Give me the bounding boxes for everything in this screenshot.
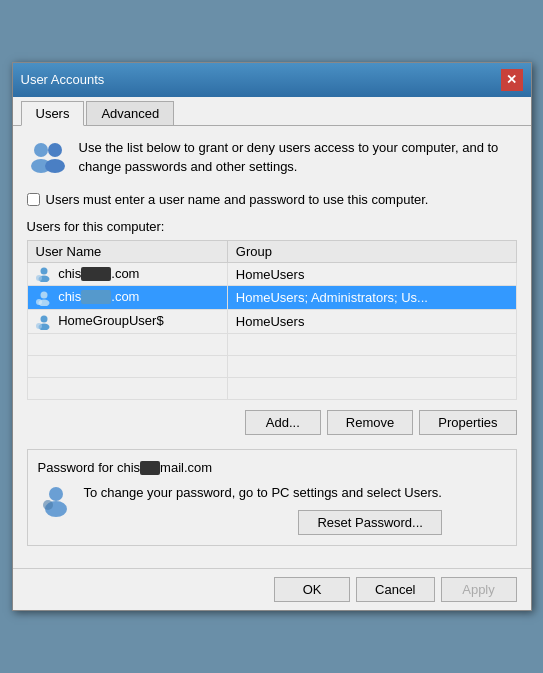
bottom-bar: OK Cancel Apply [13, 568, 531, 610]
svg-point-9 [36, 299, 42, 305]
cancel-button[interactable]: Cancel [356, 577, 434, 602]
title-bar: User Accounts ✕ [13, 63, 531, 97]
table-row-empty [27, 333, 516, 355]
cell-username: chis .com [27, 286, 227, 310]
tab-users[interactable]: Users [21, 101, 85, 126]
require-password-row: Users must enter a user name and passwor… [27, 192, 517, 207]
password-icon [38, 483, 74, 519]
password-content: To change your password, go to PC settin… [38, 483, 506, 536]
col-group: Group [227, 240, 516, 262]
cell-group: HomeUsers; Administrators; Us... [227, 286, 516, 310]
svg-point-4 [40, 268, 47, 275]
properties-button[interactable]: Properties [419, 410, 516, 435]
require-password-label[interactable]: Users must enter a user name and passwor… [46, 192, 429, 207]
svg-point-15 [43, 500, 53, 510]
dialog-title: User Accounts [21, 72, 105, 87]
require-password-checkbox[interactable] [27, 193, 40, 206]
svg-point-0 [34, 143, 48, 157]
password-body-text: To change your password, go to PC settin… [84, 485, 442, 500]
svg-point-10 [40, 315, 47, 322]
svg-point-3 [45, 159, 65, 173]
col-username: User Name [27, 240, 227, 262]
reset-btn-row: Reset Password... [84, 510, 442, 535]
add-button[interactable]: Add... [245, 410, 321, 435]
table-row[interactable]: HomeGroupUser$ HomeUsers [27, 310, 516, 334]
close-button[interactable]: ✕ [501, 69, 523, 91]
users-section-label: Users for this computer: [27, 219, 517, 234]
remove-button[interactable]: Remove [327, 410, 413, 435]
table-row-empty [27, 377, 516, 399]
users-info-icon [27, 138, 69, 180]
cell-username: HomeGroupUser$ [27, 310, 227, 334]
table-row-empty [27, 355, 516, 377]
password-section: Password for chis mail.com To change you… [27, 449, 517, 547]
svg-point-13 [49, 487, 63, 501]
info-description: Use the list below to grant or deny user… [79, 138, 517, 177]
user-action-buttons: Add... Remove Properties [27, 410, 517, 435]
tab-advanced[interactable]: Advanced [86, 101, 174, 125]
apply-button[interactable]: Apply [441, 577, 517, 602]
user-accounts-dialog: User Accounts ✕ Users Advanced Use the l [12, 62, 532, 611]
info-section: Use the list below to grant or deny user… [27, 138, 517, 180]
password-title: Password for chis mail.com [38, 460, 506, 475]
table-row[interactable]: chis .com HomeUsers; Administrators; Us.… [27, 286, 516, 310]
svg-point-2 [48, 143, 62, 157]
cell-group: HomeUsers [227, 262, 516, 286]
reset-password-button[interactable]: Reset Password... [298, 510, 442, 535]
svg-point-12 [36, 323, 42, 329]
users-table: User Name Group chis .com [27, 240, 517, 400]
tab-content: Use the list below to grant or deny user… [13, 126, 531, 568]
svg-point-7 [40, 292, 47, 299]
tab-bar: Users Advanced [13, 97, 531, 126]
ok-button[interactable]: OK [274, 577, 350, 602]
cell-group: HomeUsers [227, 310, 516, 334]
table-row[interactable]: chis .com HomeUsers [27, 262, 516, 286]
cell-username: chis .com [27, 262, 227, 286]
svg-point-6 [36, 275, 42, 281]
